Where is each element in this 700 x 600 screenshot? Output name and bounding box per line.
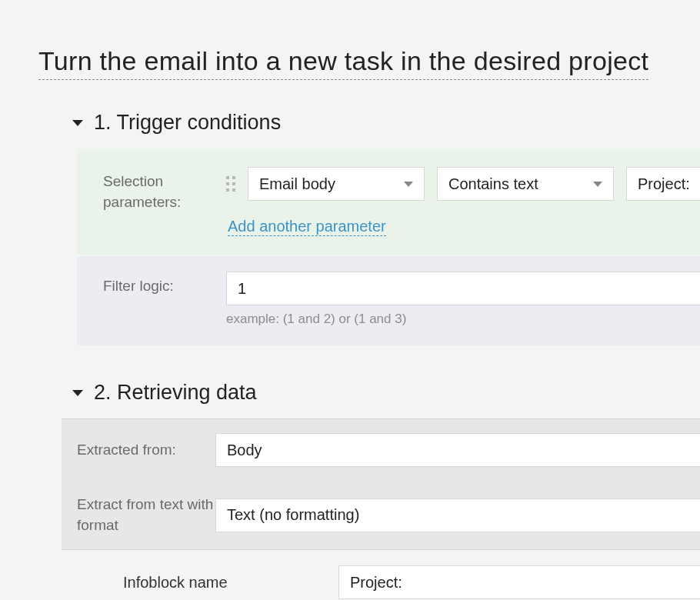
param-value-text: Project:	[638, 175, 690, 193]
caret-down-icon	[72, 390, 83, 396]
caret-down-icon	[72, 120, 83, 126]
infoblock-row: Infoblock name	[62, 549, 700, 600]
parameter-line-1: Email body Contains text Project:	[226, 167, 700, 201]
extract-format-value: Text (no formatting)	[227, 506, 359, 524]
param-field-value: Email body	[259, 175, 335, 193]
infoblock-name-input[interactable]	[338, 565, 700, 599]
add-parameter-link[interactable]: Add another parameter	[228, 218, 386, 236]
param-operator-value: Contains text	[448, 175, 538, 193]
extracted-from-row: Extracted from: Body	[62, 419, 700, 481]
param-value-input[interactable]: Project:	[626, 167, 700, 201]
section-1-toggle[interactable]: 1. Trigger conditions	[72, 111, 700, 135]
filter-logic-row: Filter logic: example: (1 and 2) or (1 a…	[77, 256, 700, 345]
filter-logic-example: example: (1 and 2) or (1 and 3)	[226, 312, 700, 327]
section-2-toggle[interactable]: 2. Retrieving data	[72, 381, 700, 405]
extract-format-row: Extract from text with format Text (no f…	[62, 481, 700, 549]
chevron-down-icon	[593, 182, 602, 187]
extract-format-select[interactable]: Text (no formatting)	[215, 498, 700, 532]
extract-format-label: Extract from text with format	[77, 495, 215, 535]
page-title[interactable]: Turn the email into a new task in the de…	[38, 46, 648, 80]
filter-logic-input[interactable]	[226, 272, 700, 305]
drag-handle-icon[interactable]	[226, 176, 235, 192]
filter-logic-label: Filter logic:	[103, 272, 226, 297]
retrieving-data-panel: Extracted from: Body Extract from text w…	[62, 418, 700, 600]
trigger-conditions-panel: Selection parameters: Email body Contain…	[77, 148, 700, 345]
section-1-title: 1. Trigger conditions	[94, 111, 281, 135]
selection-parameters-label: Selection parameters:	[103, 167, 226, 212]
param-field-select[interactable]: Email body	[248, 167, 425, 201]
infoblock-name-label: Infoblock name	[123, 574, 338, 592]
param-operator-select[interactable]: Contains text	[437, 167, 614, 201]
extracted-from-value: Body	[227, 442, 262, 459]
selection-parameters-row: Selection parameters: Email body Contain…	[77, 148, 700, 256]
extracted-from-label: Extracted from:	[77, 440, 215, 461]
extracted-from-select[interactable]: Body	[215, 433, 700, 467]
section-2-title: 2. Retrieving data	[94, 381, 257, 405]
chevron-down-icon	[404, 182, 413, 187]
